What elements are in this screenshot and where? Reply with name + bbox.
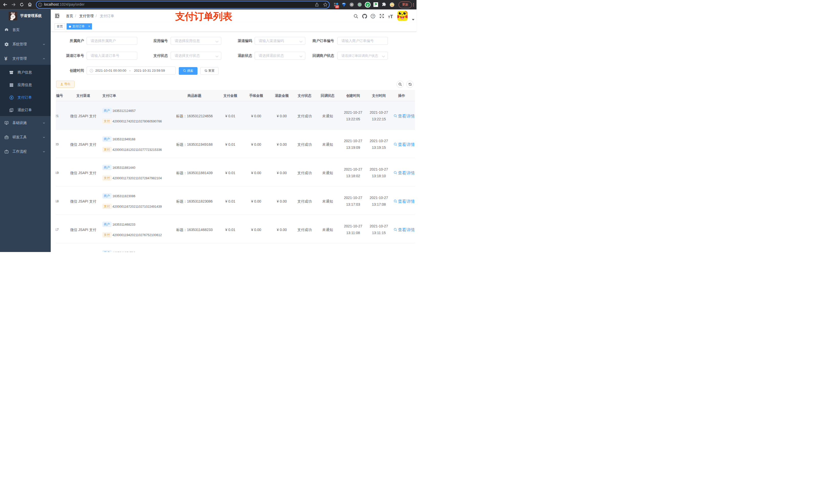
svg-text:¥: ¥ <box>11 96 12 99</box>
svg-text:y: y <box>366 3 369 7</box>
svg-text:⌘: ⌘ <box>351 3 353 6</box>
svg-text:?: ? <box>372 15 374 18</box>
